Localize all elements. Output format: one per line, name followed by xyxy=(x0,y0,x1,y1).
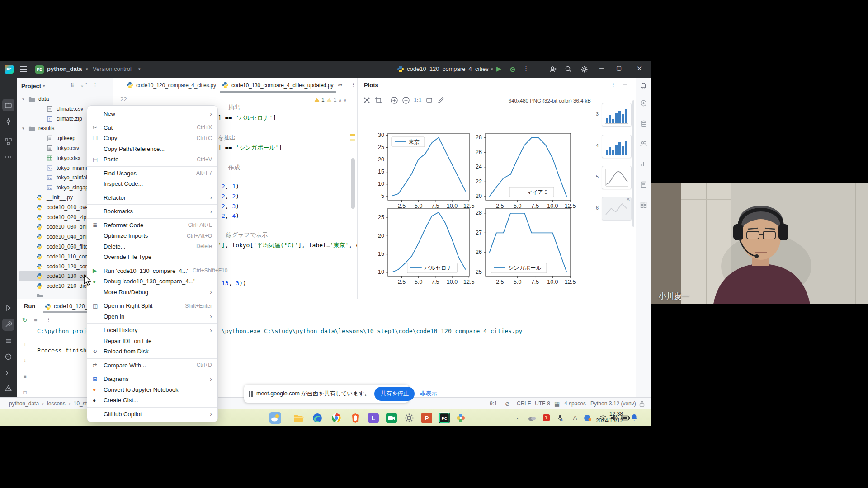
stop-icon[interactable]: ■ xyxy=(34,317,37,323)
next-problem-icon[interactable]: ∨ xyxy=(344,98,347,103)
menu-item-find-usages[interactable]: Find UsagesAlt+F7 xyxy=(87,168,217,179)
zoom-in-icon[interactable] xyxy=(390,96,398,104)
menu-item-inspect-code[interactable]: Inspect Code... xyxy=(87,178,217,189)
run-button[interactable]: ▶ xyxy=(496,65,501,72)
tray-sphere[interactable] xyxy=(582,412,593,424)
plots-hide-icon[interactable]: ─ xyxy=(623,81,627,88)
inspections-widget[interactable]: 1 1 ∧ ∨ xyxy=(314,97,347,103)
edit-pencil-icon[interactable] xyxy=(437,96,445,104)
database-icon[interactable] xyxy=(640,120,647,129)
project-badge[interactable]: PD xyxy=(35,65,44,74)
menu-item-reload-from-disk[interactable]: ↻Reload from Disk xyxy=(87,346,217,357)
scroll-up-icon[interactable]: ↑ xyxy=(24,341,26,347)
tray-badge-1[interactable]: 1 xyxy=(541,412,552,424)
settings-gear-icon[interactable] xyxy=(580,66,588,73)
panel-options-icon[interactable]: ⋮ xyxy=(93,82,98,88)
search-icon[interactable] xyxy=(565,66,572,73)
indent-style[interactable]: 4 spaces xyxy=(564,400,586,407)
taskbar-brave[interactable] xyxy=(349,412,361,424)
python-console-icon[interactable] xyxy=(2,351,14,363)
ai-assistant-icon[interactable] xyxy=(640,99,647,109)
plot-thumbnail-5[interactable] xyxy=(602,166,632,189)
python-interpreter[interactable]: Python 3.12 (venv) xyxy=(590,400,636,407)
menu-item-github-copilot[interactable]: GitHub Copilot› xyxy=(87,409,217,420)
crop-frame-icon[interactable] xyxy=(375,96,382,104)
menu-item-more-run-debug[interactable]: More Run/Debug› xyxy=(87,287,217,298)
scroll-down-icon[interactable]: ↓ xyxy=(24,357,26,363)
menu-item-reformat-code[interactable]: ≣Reformat CodeCtrl+Alt+L xyxy=(87,220,217,231)
zoom-out-icon[interactable] xyxy=(402,96,410,104)
more-tools-icon[interactable] xyxy=(2,151,14,163)
file-encoding[interactable]: UTF-8 xyxy=(535,400,550,407)
column-selection-icon[interactable]: ▦ xyxy=(554,400,560,407)
menu-item-optimize-imports[interactable]: Optimize ImportsCtrl+Alt+O xyxy=(87,230,217,241)
chevron-expanded-icon[interactable]: ▾ xyxy=(22,97,28,101)
rerun-icon[interactable]: ↻ xyxy=(22,316,28,324)
tray-onedrive[interactable] xyxy=(527,412,538,424)
more-actions-icon[interactable]: ⋮ xyxy=(523,65,529,72)
taskbar-clock[interactable]: 12:38 2024/10/12 xyxy=(596,411,623,424)
menu-item-new[interactable]: New› xyxy=(87,108,217,119)
editor-tab-2[interactable]: code10_130_compare_4_cities_updated.py✕ xyxy=(222,78,341,93)
menu-item-open-in[interactable]: Open In› xyxy=(87,311,217,322)
services-icon[interactable] xyxy=(2,319,14,331)
plots-options-icon[interactable]: ⋮ xyxy=(610,81,616,88)
taskbar-powerpoint[interactable]: P xyxy=(420,412,433,424)
graph-settings-icon[interactable] xyxy=(363,96,371,104)
learn-icon[interactable] xyxy=(640,140,647,150)
structure-icon[interactable] xyxy=(2,136,14,148)
menu-item-cut[interactable]: ✂CutCtrl+X xyxy=(87,122,217,133)
line-separator[interactable]: CRLF xyxy=(517,400,531,407)
editor-tab-1[interactable]: code10_120_compare_4_cities.py xyxy=(127,78,216,93)
vcs-widget[interactable]: Version control xyxy=(93,66,132,72)
menu-item-bookmarks[interactable]: Bookmarks› xyxy=(87,206,217,217)
commit-icon[interactable] xyxy=(2,115,14,127)
hamburger-menu-icon[interactable] xyxy=(20,66,27,72)
menu-item-create-gist[interactable]: ●Create Gist... xyxy=(87,395,217,406)
tray-mic[interactable] xyxy=(555,412,566,424)
taskbar-line-app[interactable]: L xyxy=(367,412,379,424)
taskbar-settings[interactable] xyxy=(403,412,415,424)
menu-item-refactor[interactable]: Refactor› xyxy=(87,192,217,203)
menu-item-paste[interactable]: ▤PasteCtrl+V xyxy=(87,154,217,165)
tree-item-data[interactable]: ▾data xyxy=(17,94,113,104)
prev-problem-icon[interactable]: ∧ xyxy=(338,98,341,103)
menu-item-compare-with[interactable]: ⇄Compare With...Ctrl+D xyxy=(87,360,217,371)
run-configuration-selector[interactable]: code10_120_compare_4_cities xyxy=(407,66,489,72)
caret-position[interactable]: 9:1 xyxy=(490,400,497,407)
pycharm-logo-icon[interactable]: PC xyxy=(5,65,14,74)
menu-item-convert-to-jupyter-notebook[interactable]: ●Convert to Jupyter Notebook xyxy=(87,385,217,395)
profiler-icon[interactable] xyxy=(640,160,647,170)
editor-scrollbar[interactable] xyxy=(351,158,355,209)
chevron-expanded-icon[interactable]: ▾ xyxy=(22,126,28,131)
menu-item-override-file-type[interactable]: Override File Type xyxy=(87,252,217,263)
problems-icon[interactable] xyxy=(2,382,14,394)
hide-link[interactable]: 非表示 xyxy=(420,390,437,398)
zoom-actual-size-button[interactable]: 1:1 xyxy=(414,97,421,103)
menu-item-open-in-right-split[interactable]: ◫Open in Right SplitShift+Enter xyxy=(87,300,217,311)
expand-all-icon[interactable]: ⇅ xyxy=(70,82,74,88)
taskbar-meet[interactable] xyxy=(385,412,397,424)
collapse-all-icon[interactable]: ⌄⌃ xyxy=(80,82,88,88)
soft-wrap-icon[interactable]: ≡ xyxy=(23,373,26,380)
lock-icon[interactable] xyxy=(639,401,645,407)
project-panel-title[interactable]: Project▾ xyxy=(21,81,45,90)
window-maximize-button[interactable]: ▢ xyxy=(616,65,622,71)
taskbar-explorer[interactable] xyxy=(292,412,304,424)
hide-panel-icon[interactable]: ─ xyxy=(102,82,105,88)
taskbar-edge[interactable] xyxy=(311,412,323,424)
fit-to-view-icon[interactable] xyxy=(425,96,433,104)
tray-tray-chevron[interactable]: ⌃ xyxy=(513,412,524,426)
tray-ime-a[interactable]: A xyxy=(570,412,580,424)
stop-sharing-button[interactable]: 共有を停止 xyxy=(374,387,415,401)
menu-item-copy[interactable]: ❐CopyCtrl+C xyxy=(87,133,217,144)
menu-item-diagrams[interactable]: ⊞Diagrams› xyxy=(87,374,217,385)
thumbnails-scrollbar[interactable] xyxy=(632,100,634,227)
terminal-icon[interactable] xyxy=(2,367,14,379)
window-minimize-button[interactable]: ─ xyxy=(599,65,604,71)
plot-thumbnail-6[interactable]: ✕ xyxy=(602,197,632,221)
menu-item-local-history[interactable]: Local History› xyxy=(87,325,217,336)
taskbar-pycharm[interactable]: PC xyxy=(438,412,450,424)
tabs-options-icon[interactable]: ⋮ xyxy=(350,81,356,88)
project-folder-icon[interactable] xyxy=(2,99,14,111)
